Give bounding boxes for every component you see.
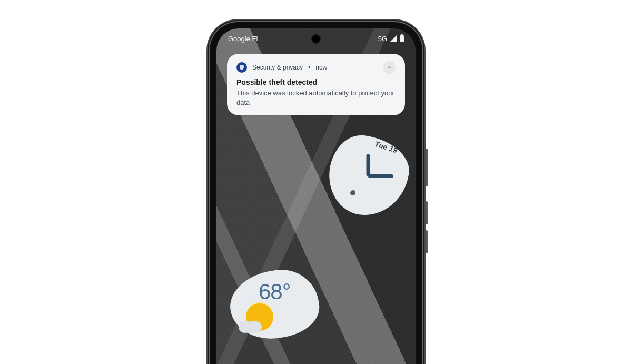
clock-dot-icon: [350, 190, 355, 195]
phone-screen: Google Fi 5G Security & privacy • now Po…: [216, 28, 416, 364]
status-bar-right: 5G: [378, 35, 404, 43]
notification-time-label: now: [315, 64, 327, 71]
phone-volume-up-button: [426, 201, 428, 224]
phone-side-button: [426, 149, 428, 186]
notification-title: Possible theft detected: [236, 78, 396, 86]
clock-face: [368, 175, 369, 176]
notification-header: Security & privacy • now: [236, 61, 396, 74]
chevron-up-icon: [386, 64, 392, 71]
front-camera-cutout: [312, 35, 320, 43]
notification-body: This device was locked automatically to …: [236, 88, 396, 107]
weather-widget[interactable]: 68°: [230, 271, 319, 338]
battery-icon: [400, 35, 404, 42]
clock-hour-hand: [367, 154, 370, 176]
cloud-icon: [239, 320, 263, 333]
collapse-button[interactable]: [383, 61, 396, 74]
carrier-label: Google Fi: [228, 35, 258, 43]
phone-device-frame: Google Fi 5G Security & privacy • now Po…: [210, 22, 422, 364]
clock-widget[interactable]: Tue 19: [329, 136, 408, 215]
shield-icon: [236, 62, 247, 73]
notification-card[interactable]: Security & privacy • now Possible theft …: [227, 54, 405, 115]
weather-temperature: 68°: [259, 279, 291, 304]
notification-app-label: Security & privacy: [252, 64, 303, 71]
clock-minute-hand: [368, 174, 393, 178]
notification-separator: •: [308, 64, 310, 71]
network-label: 5G: [378, 35, 387, 43]
signal-icon: [390, 35, 397, 42]
phone-volume-down-button: [426, 230, 428, 253]
